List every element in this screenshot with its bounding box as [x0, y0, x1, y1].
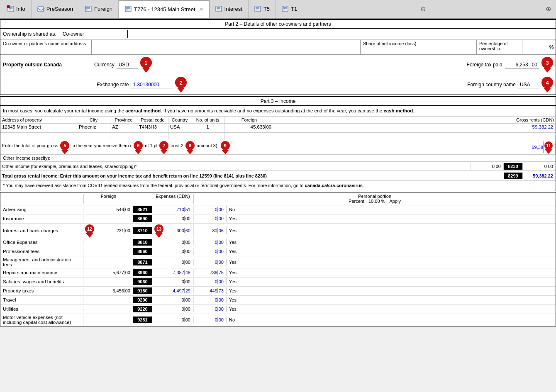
- expense-rows: Advertising 54600 8521 710 51 0 00 No In…: [0, 205, 556, 326]
- expense-row-1: Insurance 8690 0 00 0 00 Yes: [0, 214, 556, 224]
- tab-nav-prev[interactable]: ⊖: [417, 5, 429, 13]
- currency-badge-wrap: USD 1: [117, 57, 152, 73]
- exp-code-3: 8810: [133, 239, 152, 246]
- exp-cdn-3: 0 00: [152, 239, 193, 246]
- income-data-row: 12345 Main Street Phoeniz AZ T4N3H3 USA …: [0, 124, 556, 133]
- coowner-share-label: Share of net income (loss): [361, 40, 435, 54]
- prop-foreign-main: 45,633: [226, 124, 265, 129]
- exp-hdr-percent-val: 10.00 %: [368, 199, 385, 204]
- property-outside-row: Property outside Canada Currency USD 1 F…: [0, 55, 556, 75]
- exp-personal-3: 0 00: [193, 239, 227, 246]
- exp-cdn-4: 0 00: [152, 248, 193, 255]
- coowner-name-label: Co-owner or partner's name and address: [0, 40, 92, 54]
- tab-preseason[interactable]: PreSeason: [32, 0, 79, 18]
- other-income-row: Other income (for example, premiums and …: [0, 162, 556, 171]
- exp-personal-4: 0 00: [193, 248, 227, 255]
- exp-cdn-6: 7,387 48: [152, 269, 193, 276]
- exp-cdn-0: 710 51: [152, 206, 193, 213]
- badge-12: 12: [85, 224, 94, 234]
- exp-hdr-foreign: Foreign: [83, 194, 133, 204]
- tab-interest-label: Interest: [224, 6, 242, 12]
- exp-code-1: 8690: [133, 215, 152, 222]
- tab-interest[interactable]: Interest: [210, 0, 249, 18]
- expense-row-8: Property taxes 3,45600 9180 4,497 29 449…: [0, 287, 556, 296]
- tab-nav-next[interactable]: ⊕: [542, 5, 554, 13]
- exp-apply-4: Yes: [227, 248, 556, 255]
- tab-t776-close[interactable]: ✕: [200, 7, 203, 12]
- coowner-share-input[interactable]: [437, 41, 475, 46]
- other-income-text: Other income (for example, premiums and …: [0, 163, 471, 170]
- exp-foreign-3: [83, 241, 133, 243]
- exp-apply-0: No: [227, 206, 556, 213]
- exp-apply-5: Yes: [227, 259, 556, 265]
- tab-preseason-label: PreSeason: [46, 6, 73, 12]
- part3-header: Part 3 – Income: [0, 96, 556, 106]
- exp-apply-3: Yes: [227, 239, 556, 246]
- tab-foreign[interactable]: Foreign: [79, 0, 119, 18]
- prop-city: Phoeniz: [77, 124, 110, 132]
- part2-section: Part 2 – Details of other co-owners and …: [0, 19, 556, 95]
- exp-personal-9: 0 00: [193, 297, 227, 303]
- total-gross-main: 59,382: [524, 173, 547, 178]
- foreign-country-label: Foreign country name: [467, 82, 516, 88]
- tab-info[interactable]: Info: [2, 0, 32, 18]
- exp-foreign-6: 5,67700: [83, 269, 133, 276]
- badge-3: 3: [541, 57, 553, 68]
- expense-row-4: Professional fees 8860 0 00 0 00 Yes: [0, 247, 556, 256]
- property-outside-label: Property outside Canada: [3, 62, 86, 68]
- other-income-label: Other Income (specify):: [3, 156, 50, 161]
- foreign-tax-split: 6,253 00: [505, 61, 539, 68]
- exp-foreign-7: [83, 281, 133, 282]
- exp-code-10: 9220: [133, 306, 152, 312]
- ownership-input[interactable]: [60, 30, 128, 38]
- exp-apply-11: No: [227, 317, 556, 323]
- foreign-tax-dec: 00: [530, 61, 539, 68]
- tab-t5-label: T5: [263, 6, 270, 12]
- foreign-country-value: USA: [518, 81, 539, 88]
- foreign-tax-label: Foreign tax paid: [467, 62, 502, 68]
- exp-apply-7: Yes: [227, 278, 556, 285]
- part2-header: Part 2 – Details of other co-owners and …: [0, 19, 556, 29]
- expense-row-2: Interest and bank charges 12 23100 8710 …: [0, 224, 556, 238]
- coowner-name-input[interactable]: [93, 41, 359, 46]
- coowner-name-field[interactable]: [92, 40, 361, 54]
- exp-personal-11: 0 00: [193, 317, 227, 323]
- exp-name-5: Management and administration fees: [0, 256, 83, 268]
- badge-5: 5: [60, 141, 69, 150]
- exp-name-9: Travel: [0, 297, 83, 303]
- badge-8: 8: [185, 141, 195, 150]
- exp-name-10: Utilities: [0, 306, 83, 312]
- col-gross-rents: Gross rents (CDN): [274, 117, 556, 123]
- tab-bar: Info PreSeason Foreign T776 - 12345 Main…: [0, 0, 556, 19]
- exchange-badge-wrap: 1.30130000 2: [131, 77, 187, 93]
- other-income-foreign-main: 0: [473, 164, 495, 169]
- currency-group: Currency USD 1: [94, 57, 152, 73]
- exp-foreign-8: 3,45600: [83, 287, 133, 294]
- exp-apply-9: Yes: [227, 297, 556, 303]
- exp-hdr-personal: Personal portion Percent 10.00 % Apply: [193, 194, 556, 204]
- exp-name-3: Office Expenses: [0, 239, 83, 246]
- exchange-value: 1.30130000: [131, 81, 173, 88]
- exp-hdr-name: [0, 194, 83, 204]
- tab-info-label: Info: [16, 6, 25, 12]
- exp-code-9: 9200: [133, 297, 152, 303]
- gross-total-text: Enter the total of your gross 5 in the y…: [0, 140, 506, 154]
- exp-foreign-9: [83, 299, 133, 301]
- expenses-header-row: Foreign Expenses (CDN) Personal portion …: [0, 192, 556, 205]
- exp-code-8: 9180: [133, 287, 152, 294]
- prop-gross-main: 59,382: [532, 124, 547, 129]
- exp-cdn-9: 0 00: [152, 297, 193, 303]
- expenses-section: Foreign Expenses (CDN) Personal portion …: [0, 192, 556, 326]
- exp-foreign-10: [83, 308, 133, 310]
- tab-foreign-label: Foreign: [94, 6, 112, 12]
- coowner-pct-input[interactable]: [524, 41, 546, 46]
- other-income-code: 8230: [504, 163, 522, 170]
- exp-name-11: Motor vehicle expenses (not including ca…: [0, 314, 83, 326]
- tab-t776[interactable]: T776 - 12345 Main Street ✕: [119, 0, 209, 18]
- tab-t1[interactable]: T1: [276, 0, 303, 18]
- coowner-row: Co-owner or partner's name and address S…: [0, 40, 556, 55]
- coowner-pct-field[interactable]: [522, 40, 547, 54]
- covid-note: * You may have received assistance from …: [0, 181, 556, 190]
- tab-t5[interactable]: T5: [249, 0, 276, 18]
- coowner-share-field[interactable]: [435, 40, 477, 54]
